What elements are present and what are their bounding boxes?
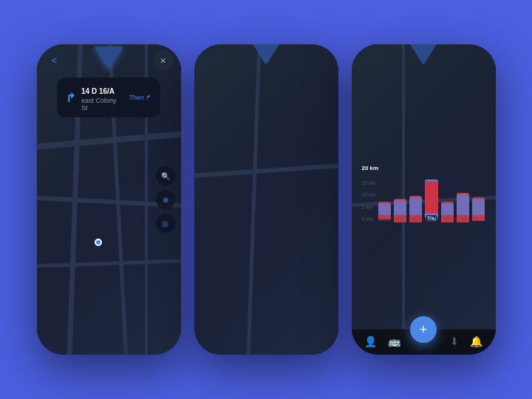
map-search-button[interactable]: 🔍 — [156, 166, 175, 185]
map-location-button[interactable]: ◎ — [156, 214, 175, 233]
map-side-controls: 🔍 ⊕ ◎ — [156, 166, 175, 233]
nav-back-button[interactable]: < — [44, 50, 65, 71]
bar-sat: Sat — [457, 173, 469, 222]
tl-arrow — [410, 44, 437, 65]
phone-navigation: 9:41 ▲ ▬ < ✕ ↱ — [37, 44, 181, 355]
nav-profile-icon[interactable]: 👤 — [364, 335, 377, 347]
direction-street: east Colony St — [81, 97, 123, 112]
x-label-wed: Wed — [411, 216, 421, 222]
nav-arrow-shape — [94, 47, 123, 69]
timeline-chart: 20 km 15 km 10 km 5 km 0 km Mon — [352, 160, 496, 329]
direction-card: ↱ 14 D 16/A east Colony St Then ↱ — [57, 78, 160, 117]
x-label-thu: Thu — [426, 215, 437, 222]
turn-icon: ↱ — [66, 91, 75, 105]
nav-transit-icon[interactable]: 🚌 — [388, 335, 400, 347]
bar-thu: Thu — [425, 173, 437, 222]
phone-start-journey: 9:41 ▲ ▬ < Start Journey ··· Your Curren… — [194, 44, 338, 355]
y-tick: 10 km — [362, 192, 376, 197]
map-layers-button[interactable]: ⊕ — [156, 190, 175, 209]
bar-blue — [472, 199, 485, 215]
bar-red-highlight — [425, 181, 437, 214]
chart-y-top-label: 20 km — [362, 165, 485, 171]
bar-sun: Sun — [472, 173, 485, 222]
bar-blue — [378, 203, 391, 215]
y-tick: 15 km — [362, 180, 376, 185]
x-label-sun: Sun — [474, 216, 483, 222]
bar-blue — [394, 200, 406, 215]
nav-download-icon[interactable]: ⬇ — [450, 335, 459, 347]
bar-tue: Tue — [394, 173, 406, 222]
bar-blue — [441, 203, 454, 215]
journey-map-bg — [194, 44, 338, 355]
nav-notifications-icon[interactable]: 🔔 — [470, 335, 482, 347]
timeline-map-preview — [352, 75, 496, 134]
bar-mon: Mon — [378, 173, 391, 222]
bar-blue — [457, 194, 469, 215]
fab-add-button[interactable]: + — [410, 316, 437, 343]
x-label-tue: Tue — [396, 216, 405, 222]
journey-arrow — [253, 44, 279, 65]
x-label-sat: Sat — [459, 216, 467, 222]
bar-fri: Fri — [441, 173, 454, 222]
timeline-bottom-bar: + 👤 🚌 ⬇ 🔔 — [352, 329, 496, 355]
direction-info: 14 D 16/A east Colony St — [81, 83, 123, 112]
bar-wed: Wed — [409, 173, 422, 222]
chart-y-axis: 15 km 10 km 5 km 0 km — [362, 173, 376, 222]
chart-bars: Mon Tue Wed Thu — [378, 173, 485, 232]
arrow-decoration — [86, 44, 131, 70]
location-dot — [95, 239, 102, 246]
x-label-fri: Fri — [444, 216, 450, 222]
x-label-mon: Mon — [379, 216, 389, 222]
y-tick: 0 km — [362, 216, 376, 222]
bar-blue — [409, 197, 422, 215]
direction-address: 14 D 16/A — [81, 87, 115, 95]
nav-close-button[interactable]: ✕ — [153, 50, 174, 71]
phone-timeline: 9:41 ▲ ▬ < Timeline ··· 2001 ▾ May ▾ — [352, 44, 496, 355]
then-turn-icon: Then ↱ — [129, 94, 151, 101]
chart-container: 15 km 10 km 5 km 0 km Mon Tue — [362, 173, 485, 232]
y-tick: 5 km — [362, 205, 376, 210]
